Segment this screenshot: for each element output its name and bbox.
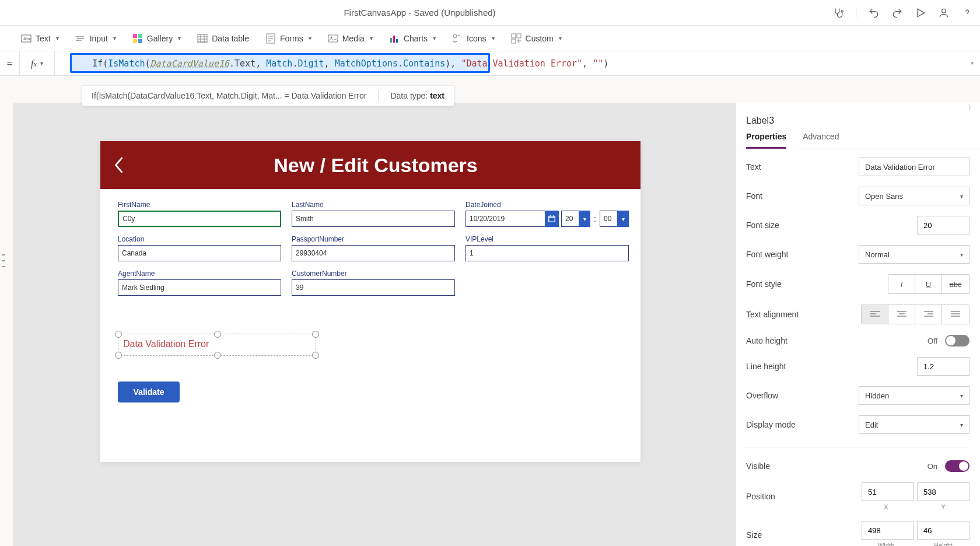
formula-token: If(: [92, 58, 108, 69]
formula-token: .: [398, 58, 403, 69]
prop-position-y[interactable]: [917, 482, 970, 501]
visible-toggle[interactable]: [945, 460, 970, 472]
formula-token: ): [445, 58, 450, 69]
ribbon-gallery[interactable]: Gallery▾: [132, 33, 181, 44]
canvas-area[interactable]: New / Edit Customers FirstName LastName …: [14, 103, 735, 546]
prop-overflow-dropdown[interactable]: Hidden▾: [859, 386, 970, 405]
svg-rect-16: [396, 39, 398, 43]
screen-header: New / Edit Customers: [100, 141, 640, 189]
calendar-icon[interactable]: [545, 211, 559, 227]
expand-formula-icon[interactable]: ▾: [970, 60, 974, 67]
ribbon-forms[interactable]: Forms▾: [265, 33, 312, 44]
passport-input[interactable]: [292, 245, 455, 261]
axis-label: X: [860, 503, 912, 510]
agentname-input[interactable]: [118, 279, 281, 296]
person-icon[interactable]: [938, 7, 950, 19]
field-passport: PassportNumber: [292, 235, 455, 261]
redo-icon[interactable]: [891, 7, 903, 19]
resize-handle[interactable]: [214, 331, 221, 338]
align-left-toggle[interactable]: [862, 305, 888, 324]
separator: [856, 6, 856, 19]
svg-point-4: [76, 36, 78, 37]
help-icon[interactable]: [961, 7, 973, 19]
underline-toggle[interactable]: U: [915, 275, 942, 293]
chevron-down-icon: ▾: [113, 35, 116, 41]
customernumber-input[interactable]: [292, 279, 455, 296]
undo-icon[interactable]: [868, 7, 880, 19]
scroll-right-icon[interactable]: 〉: [736, 103, 980, 113]
chevron-down-icon: ▾: [960, 393, 963, 399]
formula-token: MatchOptions: [335, 58, 398, 69]
viplevel-input[interactable]: [466, 245, 629, 261]
ribbon-text[interactable]: Abc Text▾: [21, 33, 59, 44]
prop-font-weight-dropdown[interactable]: Normal▾: [859, 245, 970, 264]
left-rail[interactable]: [0, 103, 14, 546]
lastname-input[interactable]: [292, 211, 455, 227]
resize-handle[interactable]: [312, 352, 319, 359]
svg-rect-9: [138, 39, 142, 43]
svg-rect-21: [549, 216, 555, 222]
prop-font-dropdown[interactable]: Open Sans▾: [859, 187, 970, 205]
prop-text-value[interactable]: Data Validation Error: [859, 158, 970, 176]
form-grid: FirstName LastName DateJoined: [100, 189, 640, 302]
back-icon[interactable]: [111, 153, 127, 177]
gallery-icon: [132, 33, 143, 44]
ribbon-icons[interactable]: Icons▾: [452, 33, 494, 44]
align-justify-toggle[interactable]: [942, 305, 969, 324]
formula-token: Digit: [298, 58, 324, 69]
prop-overflow: Overflow Hidden▾: [746, 386, 970, 405]
resize-handle[interactable]: [214, 352, 221, 359]
formula-token: IsMatch: [108, 58, 145, 69]
prop-size-width[interactable]: [862, 521, 914, 540]
prop-position: Position XY: [746, 482, 970, 510]
workspace: New / Edit Customers FirstName LastName …: [0, 103, 980, 546]
italic-toggle[interactable]: I: [888, 275, 915, 293]
tab-properties[interactable]: Properties: [746, 132, 786, 149]
strike-toggle[interactable]: abc: [942, 275, 969, 293]
tab-advanced[interactable]: Advanced: [803, 132, 839, 149]
align-center-toggle[interactable]: [888, 305, 915, 324]
align-right-toggle[interactable]: [915, 305, 942, 324]
prop-auto-height: Auto height Off: [746, 335, 970, 346]
location-input[interactable]: [118, 245, 281, 261]
prop-font-size-input[interactable]: [917, 216, 970, 235]
formula-token: "Data Validation Error": [461, 58, 582, 69]
data-type-label: Data type: text: [390, 91, 444, 100]
svg-point-13: [330, 36, 332, 38]
prop-size-height[interactable]: [917, 521, 970, 540]
ribbon-input[interactable]: Input▾: [75, 33, 116, 44]
auto-height-toggle[interactable]: [945, 335, 970, 346]
ribbon-media[interactable]: Media▾: [328, 33, 373, 44]
resize-handle[interactable]: [115, 352, 122, 359]
chevron-down-icon[interactable]: ▾: [579, 211, 590, 227]
text-align-toggles: [861, 304, 970, 324]
fx-button[interactable]: fx▾: [20, 51, 55, 75]
play-icon[interactable]: [915, 7, 926, 19]
svg-rect-7: [138, 34, 142, 38]
resize-handle[interactable]: [115, 331, 122, 338]
control-name: Label3: [736, 113, 980, 132]
stethoscope-icon[interactable]: [832, 7, 844, 19]
chevron-down-icon: ▾: [56, 35, 59, 41]
prop-position-x[interactable]: [862, 482, 914, 501]
separator: [746, 447, 970, 447]
firstname-input[interactable]: [118, 211, 281, 227]
rail-handle-icon[interactable]: [2, 254, 5, 267]
prop-line-height-input[interactable]: [917, 357, 970, 376]
formula-bar: = fx▾ If(IsMatch(DataCardValue16.Text, M…: [0, 51, 980, 76]
field-agentname: AgentName: [118, 270, 281, 296]
formula-input[interactable]: If(IsMatch(DataCardValue16.Text, Match.D…: [55, 51, 980, 75]
ribbon-custom[interactable]: Custom▾: [511, 33, 562, 44]
resize-handle[interactable]: [312, 331, 319, 338]
text-icon: Abc: [21, 33, 32, 44]
ribbon-charts[interactable]: Charts▾: [389, 33, 436, 44]
formula-token: ,: [582, 58, 593, 69]
svg-rect-15: [393, 36, 395, 43]
prop-display-mode-dropdown[interactable]: Edit▾: [859, 415, 970, 434]
validate-button[interactable]: Validate: [118, 382, 180, 402]
property-equals[interactable]: =: [0, 51, 20, 75]
selected-label-control[interactable]: Data Validation Error: [118, 334, 316, 356]
ribbon-data-table[interactable]: Data table: [197, 33, 249, 44]
chevron-down-icon[interactable]: ▾: [617, 211, 629, 227]
properties-tabs: Properties Advanced: [736, 132, 980, 149]
